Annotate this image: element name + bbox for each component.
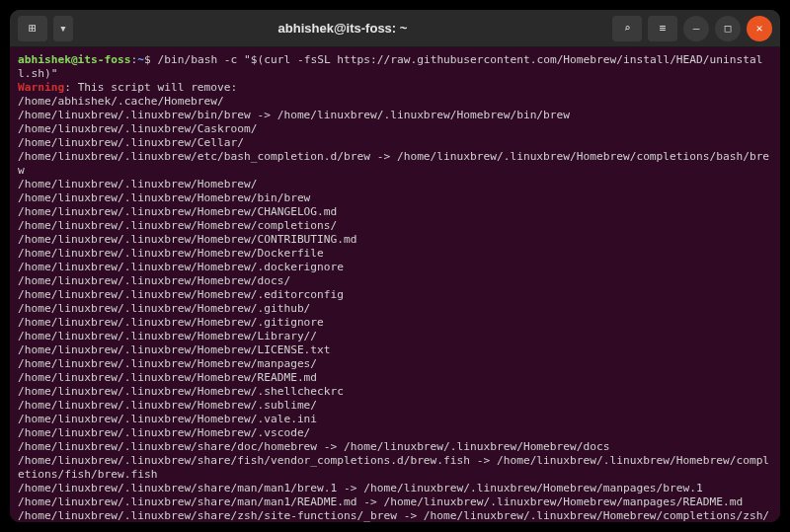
output-line: /home/linuxbrew/.linuxbrew/Homebrew/READ… <box>18 371 772 385</box>
output-line: /home/linuxbrew/.linuxbrew/Homebrew/.vsc… <box>18 426 772 440</box>
new-tab-icon: ⊞ <box>29 21 37 36</box>
output-line: /home/linuxbrew/.linuxbrew/Homebrew/Dock… <box>18 247 772 261</box>
output-line: /home/linuxbrew/.linuxbrew/share/doc/hom… <box>18 440 772 454</box>
prompt-path: ~ <box>137 53 144 66</box>
output-line: /home/linuxbrew/.linuxbrew/Homebrew/comp… <box>18 219 772 233</box>
output-line: /home/linuxbrew/.linuxbrew/Homebrew/.sub… <box>18 399 772 413</box>
maximize-icon: □ <box>725 22 732 35</box>
output-line: /home/linuxbrew/.linuxbrew/share/fish/ve… <box>18 454 772 482</box>
output-line: /home/linuxbrew/.linuxbrew/Homebrew/ <box>18 178 772 191</box>
close-icon: ✕ <box>756 22 763 35</box>
file-list: /home/abhishek/.cache/Homebrew//home/lin… <box>18 95 772 522</box>
output-line: /home/linuxbrew/.linuxbrew/share/man/man… <box>18 495 772 509</box>
output-line: /home/linuxbrew/.linuxbrew/Homebrew/.she… <box>18 385 772 399</box>
warning-line: Warning: This script will remove: <box>18 81 772 95</box>
output-line: /home/linuxbrew/.linuxbrew/Homebrew/.git… <box>18 302 772 316</box>
output-line: /home/linuxbrew/.linuxbrew/Homebrew/Libr… <box>18 330 772 343</box>
chevron-down-icon: ▾ <box>59 21 67 36</box>
titlebar: ⊞ ▾ abhishek@its-foss: ~ ⌕ ≡ – □ ✕ <box>10 10 780 47</box>
terminal-body[interactable]: abhishek@its-foss:~$ /bin/bash -c "$(cur… <box>10 47 780 522</box>
output-line: /home/linuxbrew/.linuxbrew/Homebrew/CONT… <box>18 233 772 247</box>
close-button[interactable]: ✕ <box>747 16 772 41</box>
minimize-icon: – <box>693 22 700 35</box>
output-line: /home/linuxbrew/.linuxbrew/Cellar/ <box>18 136 772 150</box>
search-button[interactable]: ⌕ <box>612 16 642 41</box>
hamburger-icon: ≡ <box>660 22 667 35</box>
prompt-user-host: abhishek@its-foss <box>18 53 131 66</box>
prompt-dollar: $ <box>144 53 157 66</box>
search-icon: ⌕ <box>624 22 631 35</box>
maximize-button[interactable]: □ <box>715 16 741 41</box>
output-line: /home/linuxbrew/.linuxbrew/Caskroom/ <box>18 122 772 136</box>
output-line: /home/linuxbrew/.linuxbrew/Homebrew/CHAN… <box>18 205 772 219</box>
window-title: abhishek@its-foss: ~ <box>79 21 606 36</box>
new-tab-button[interactable]: ⊞ <box>18 16 47 41</box>
terminal-window: ⊞ ▾ abhishek@its-foss: ~ ⌕ ≡ – □ ✕ abhis… <box>10 10 780 522</box>
output-line: /home/linuxbrew/.linuxbrew/Homebrew/.val… <box>18 413 772 426</box>
output-line: /home/linuxbrew/.linuxbrew/Homebrew/LICE… <box>18 343 772 357</box>
output-line: /home/linuxbrew/.linuxbrew/share/zsh/sit… <box>18 509 772 522</box>
output-line: /home/linuxbrew/.linuxbrew/Homebrew/manp… <box>18 357 772 371</box>
output-line: /home/linuxbrew/.linuxbrew/Homebrew/bin/… <box>18 191 772 205</box>
menu-button[interactable]: ≡ <box>648 16 677 41</box>
output-line: /home/linuxbrew/.linuxbrew/Homebrew/.edi… <box>18 288 772 302</box>
output-line: /home/linuxbrew/.linuxbrew/Homebrew/.git… <box>18 316 772 330</box>
tab-dropdown-button[interactable]: ▾ <box>53 16 73 41</box>
output-line: /home/linuxbrew/.linuxbrew/Homebrew/docs… <box>18 274 772 288</box>
output-line: /home/linuxbrew/.linuxbrew/bin/brew -> /… <box>18 109 772 122</box>
minimize-button[interactable]: – <box>683 16 709 41</box>
titlebar-right: ⌕ ≡ – □ ✕ <box>612 16 772 41</box>
output-line: /home/linuxbrew/.linuxbrew/share/man/man… <box>18 482 772 495</box>
output-line: /home/linuxbrew/.linuxbrew/etc/bash_comp… <box>18 150 772 178</box>
titlebar-left: ⊞ ▾ <box>18 16 73 41</box>
output-line: /home/abhishek/.cache/Homebrew/ <box>18 95 772 109</box>
warning-label: Warning <box>18 81 64 94</box>
prompt-line: abhishek@its-foss:~$ /bin/bash -c "$(cur… <box>18 53 772 81</box>
output-line: /home/linuxbrew/.linuxbrew/Homebrew/.doc… <box>18 261 772 274</box>
warning-text: : This script will remove: <box>64 81 237 94</box>
